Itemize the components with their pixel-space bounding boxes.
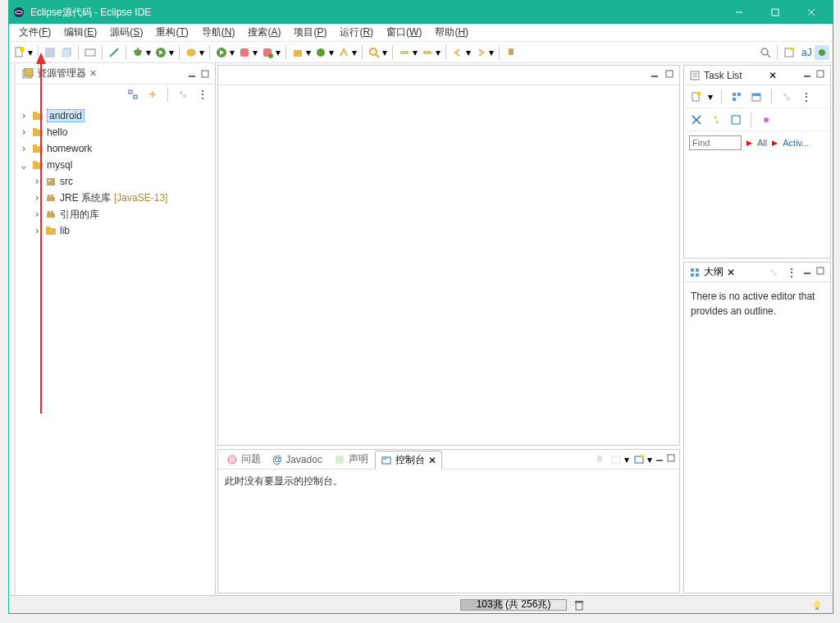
quick-access-button[interactable] xyxy=(758,45,773,60)
trash-icon[interactable] xyxy=(573,599,585,611)
skip-button[interactable] xyxy=(107,45,121,60)
open-perspective-button[interactable] xyxy=(782,45,797,60)
new-pkg-button[interactable] xyxy=(290,45,305,60)
new-button[interactable] xyxy=(12,45,27,60)
run-dropdown[interactable]: ▾ xyxy=(168,45,175,60)
sync-button[interactable] xyxy=(709,112,724,127)
project-mysql[interactable]: ⌄mysql xyxy=(19,157,212,173)
collapse-button[interactable] xyxy=(728,112,743,127)
run-last-button[interactable] xyxy=(214,45,229,60)
toggle-breadcrumb-button[interactable] xyxy=(83,45,98,60)
forward-button[interactable] xyxy=(473,45,488,60)
view-menu-button[interactable]: ⋮ xyxy=(195,87,210,102)
titlebar[interactable]: Eclipse源代码 - Eclipse IDE xyxy=(9,1,833,24)
pin-console-button[interactable] xyxy=(592,452,607,467)
debug-button[interactable] xyxy=(130,45,145,60)
tab-problems[interactable]: 问题 xyxy=(221,451,266,468)
close-icon[interactable]: ✕ xyxy=(89,68,97,79)
external-button[interactable] xyxy=(237,45,252,60)
minimize-button[interactable] xyxy=(721,1,757,24)
nav1-button[interactable] xyxy=(397,45,412,60)
svg-point-23 xyxy=(370,48,377,55)
node-src[interactable]: ›src xyxy=(19,173,212,190)
debug-dropdown[interactable]: ▾ xyxy=(145,45,152,60)
collapse-all-button[interactable] xyxy=(126,87,140,102)
filter-button[interactable] xyxy=(176,87,190,102)
close-icon[interactable]: ✕ xyxy=(727,267,735,278)
explorer-view: 资源管理器 ✕ ⋮ ›android ›hello ›homework ⌄mys… xyxy=(16,63,216,595)
find-input[interactable] xyxy=(689,135,742,150)
activate-link[interactable]: Activ... xyxy=(783,138,809,148)
node-jre[interactable]: ›JRE 系统库 [JavaSE-13] xyxy=(19,190,212,206)
schedule-button[interactable] xyxy=(749,89,764,104)
tasklist-menu-button[interactable]: ⋮ xyxy=(799,89,814,104)
java-perspective-button[interactable]: aJ xyxy=(798,45,813,60)
new-task-button[interactable] xyxy=(689,89,704,104)
play-icon[interactable]: ▶ xyxy=(746,139,752,147)
bottom-minimize-button[interactable] xyxy=(655,453,664,465)
close-icon[interactable]: ✕ xyxy=(769,70,777,81)
project-homework[interactable]: ›homework xyxy=(19,140,212,157)
minimize-view-button[interactable] xyxy=(185,67,199,80)
run-button[interactable] xyxy=(153,45,168,60)
outline-menu[interactable]: ⋮ xyxy=(784,265,799,280)
pin-button[interactable] xyxy=(504,45,518,60)
menu-file[interactable]: 文件(F) xyxy=(12,24,57,41)
debug-perspective-button[interactable] xyxy=(815,45,829,60)
tab-declaration[interactable]: 声明 xyxy=(329,451,373,468)
focus-button[interactable] xyxy=(779,89,794,104)
project-tree[interactable]: ›android ›hello ›homework ⌄mysql ›src ›J… xyxy=(16,104,215,242)
toolbar: ▾ ▾ ▾ ▾ ▾ ▾ ▾ ▾ ▾ ▾ ▾ ▾ ▾ xyxy=(9,42,833,63)
editor-maximize-button[interactable] xyxy=(664,69,674,81)
menu-refactor[interactable]: 重构(T) xyxy=(149,24,194,41)
activate-button[interactable] xyxy=(759,112,774,127)
explorer-tab[interactable]: 资源管理器 ✕ xyxy=(19,65,100,82)
coverage-dropdown[interactable]: ▾ xyxy=(199,45,205,60)
maximize-view-button[interactable] xyxy=(199,67,212,80)
svg-rect-10 xyxy=(62,49,70,57)
all-link[interactable]: All xyxy=(757,138,767,148)
nav2-button[interactable] xyxy=(420,45,435,60)
hide-button[interactable] xyxy=(689,112,704,127)
coverage-button[interactable] xyxy=(184,45,199,60)
link-editor-button[interactable] xyxy=(145,87,160,102)
search-button[interactable] xyxy=(367,45,381,60)
outline-minimize-button[interactable] xyxy=(802,266,812,278)
bottom-maximize-button[interactable] xyxy=(666,453,676,465)
play-icon[interactable]: ▶ xyxy=(772,139,778,147)
menu-search[interactable]: 搜索(A) xyxy=(241,24,287,41)
project-hello[interactable]: ›hello xyxy=(19,124,212,140)
project-android[interactable]: ›android xyxy=(19,108,212,124)
explorer-tabbar: 资源管理器 ✕ xyxy=(16,63,215,85)
open-console-button[interactable] xyxy=(632,452,646,467)
editor-minimize-button[interactable] xyxy=(650,69,660,81)
memory-bar[interactable]: 103兆 (共 256兆) xyxy=(460,599,567,611)
categorize-button[interactable] xyxy=(729,89,744,104)
close-icon[interactable]: ✕ xyxy=(428,455,436,466)
tab-javadoc[interactable]: @Javadoc xyxy=(267,452,327,467)
svg-point-69 xyxy=(641,455,644,458)
tasklist-maximize-button[interactable] xyxy=(815,69,825,81)
menu-edit[interactable]: 编辑(E) xyxy=(57,24,103,41)
menu-window[interactable]: 窗口(W) xyxy=(380,24,428,41)
menu-navigate[interactable]: 导航(N) xyxy=(195,24,242,41)
open-type-button[interactable] xyxy=(336,45,351,60)
menu-help[interactable]: 帮助(H) xyxy=(428,24,475,41)
outline-filter[interactable] xyxy=(766,265,781,280)
menu-source[interactable]: 源码(S) xyxy=(103,24,149,41)
new-class-button[interactable] xyxy=(313,45,328,60)
close-button[interactable] xyxy=(793,1,829,24)
back-button[interactable] xyxy=(450,45,465,60)
display-console-button[interactable] xyxy=(609,452,623,467)
menu-run[interactable]: 运行(R) xyxy=(333,24,380,41)
maximize-button[interactable] xyxy=(757,1,793,24)
tip-icon[interactable] xyxy=(811,599,823,611)
tasklist-minimize-button[interactable] xyxy=(802,69,812,81)
ext2-button[interactable] xyxy=(260,45,275,60)
tab-console[interactable]: 控制台 ✕ xyxy=(375,451,442,470)
node-lib[interactable]: ›lib xyxy=(19,222,212,239)
node-reflib[interactable]: ›引用的库 xyxy=(19,206,212,222)
menu-project[interactable]: 项目(P) xyxy=(287,24,333,41)
outline-maximize-button[interactable] xyxy=(815,266,825,278)
new-dropdown[interactable]: ▾ xyxy=(27,45,34,60)
